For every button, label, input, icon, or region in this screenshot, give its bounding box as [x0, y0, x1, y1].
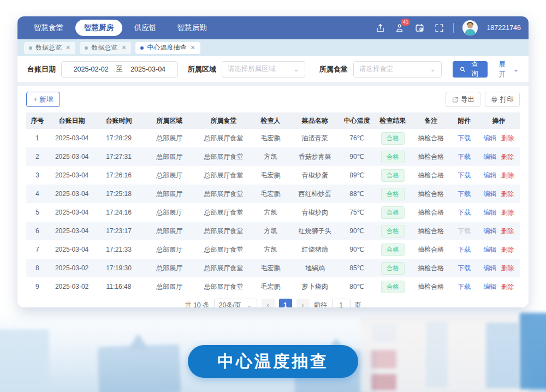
- print-button[interactable]: 打印: [485, 92, 520, 107]
- query-button[interactable]: 查询: [453, 61, 488, 78]
- download-link[interactable]: 下载: [458, 171, 471, 179]
- remark-cell: 抽检合格: [411, 147, 450, 166]
- download-link[interactable]: 下载: [458, 264, 471, 272]
- schedule-icon[interactable]: [414, 22, 425, 33]
- dish-name-cell: 红烧狮子头: [290, 222, 340, 240]
- pagination: 共 10 条 20条/页 ⌄ ‹ 1 › 前往 页: [26, 296, 520, 307]
- close-icon[interactable]: ✕: [66, 44, 70, 51]
- inspector-cell: 毛宏鹏: [251, 259, 290, 277]
- page-size-select[interactable]: 20条/页 ⌄: [214, 299, 257, 307]
- download-link[interactable]: 下载: [458, 246, 471, 253]
- edit-link[interactable]: 编辑: [484, 264, 497, 272]
- tab-supply-chain[interactable]: 供应链: [126, 20, 165, 36]
- download-link[interactable]: 下载: [458, 209, 471, 216]
- edit-link[interactable]: 编辑: [484, 209, 497, 216]
- page-tab-center-temperature[interactable]: 中心温度抽查 ✕: [135, 42, 200, 54]
- delete-link[interactable]: 删除: [501, 153, 514, 161]
- ledger-time-cell: 17:27:31: [96, 147, 143, 166]
- table-row: 32025-03-0417:26:16总部展厅总部展厅食堂毛宏鹏青椒炒蛋89℃合…: [26, 166, 520, 185]
- ledger-time-cell: 17:23:17: [96, 222, 143, 240]
- result-badge: 合格: [381, 281, 405, 293]
- delete-link[interactable]: 删除: [501, 246, 514, 253]
- temperature-cell: 90℃: [340, 147, 374, 166]
- table-body: 12025-03-0417:28:29总部展厅总部展厅食堂毛宏鹏油渣青菜76℃合…: [26, 129, 520, 296]
- edit-link[interactable]: 编辑: [484, 190, 497, 198]
- next-page-button[interactable]: ›: [296, 299, 310, 307]
- delete-link[interactable]: 删除: [501, 209, 514, 216]
- canteen-select[interactable]: 请选择食堂 ⌄: [353, 61, 442, 78]
- actions-cell: 编辑删除: [478, 166, 520, 185]
- date-from-value[interactable]: 2025-02-02: [74, 66, 109, 73]
- date-range-picker[interactable]: 2025-02-02 至 2025-03-04: [61, 61, 178, 78]
- col-check-result: 检查结果: [374, 112, 411, 129]
- region-cell: 总部展厅: [142, 129, 196, 147]
- page-1-button[interactable]: 1: [279, 299, 292, 307]
- download-link[interactable]: 下载: [458, 227, 471, 235]
- ledger-date-cell: 2025-03-04: [49, 129, 96, 147]
- download-link[interactable]: 下载: [458, 283, 471, 290]
- col-region: 所属区域: [142, 112, 196, 129]
- table-row: 12025-03-0417:28:29总部展厅总部展厅食堂毛宏鹏油渣青菜76℃合…: [26, 129, 520, 147]
- col-remark: 备注: [411, 112, 450, 129]
- edit-link[interactable]: 编辑: [484, 283, 497, 290]
- center-temperature-check-button[interactable]: 中心温度抽查: [188, 345, 358, 378]
- edit-link[interactable]: 编辑: [484, 227, 497, 235]
- tab-smart-canteen[interactable]: 智慧食堂: [25, 20, 72, 36]
- fullscreen-icon[interactable]: [434, 22, 444, 33]
- delete-link[interactable]: 删除: [501, 264, 514, 272]
- date-to-value[interactable]: 2025-03-04: [130, 66, 165, 73]
- canteen-cell: 总部展厅食堂: [197, 166, 251, 185]
- ledger-time-cell: 17:25:18: [96, 185, 143, 203]
- edit-link[interactable]: 编辑: [484, 134, 497, 142]
- table-row: 52025-03-0417:24:16总部展厅总部展厅食堂方凯青椒炒肉75℃合格…: [26, 203, 520, 222]
- result-cell: 合格: [374, 222, 411, 240]
- region-cell: 总部展厅: [142, 240, 196, 259]
- delete-link[interactable]: 删除: [501, 227, 514, 235]
- edit-link[interactable]: 编辑: [484, 153, 497, 161]
- add-button[interactable]: + 新增: [26, 92, 60, 107]
- export-button[interactable]: 导出: [446, 92, 480, 107]
- close-icon[interactable]: ✕: [121, 44, 126, 51]
- share-upload-icon[interactable]: [375, 22, 385, 33]
- download-link[interactable]: 下载: [458, 190, 471, 198]
- result-badge: 合格: [381, 262, 405, 275]
- col-actions: 操作: [478, 112, 520, 129]
- goto-label: 前往: [314, 301, 328, 308]
- canteen-cell: 总部展厅食堂: [197, 129, 251, 147]
- page-tab-data-overview-2[interactable]: 数据总览 ✕: [80, 42, 131, 54]
- actions-cell: 编辑删除: [478, 277, 520, 296]
- region-select[interactable]: 请选择所属区域 ⌄: [222, 61, 305, 78]
- download-link[interactable]: 下载: [458, 134, 471, 142]
- approvals-icon[interactable]: 41: [394, 22, 405, 33]
- col-ledger-time: 台账时间: [96, 112, 143, 129]
- row-index-cell: 1: [26, 129, 49, 147]
- row-index-cell: 4: [26, 185, 49, 203]
- goto-page-input[interactable]: [332, 299, 351, 307]
- remark-cell: 抽检合格: [411, 259, 450, 277]
- result-cell: 合格: [374, 240, 411, 259]
- user-phone[interactable]: 187221746: [486, 24, 521, 32]
- page-tab-data-overview-1[interactable]: 数据总览 ✕: [24, 42, 75, 54]
- prev-page-button[interactable]: ‹: [262, 299, 275, 307]
- col-center-temp: 中心温度: [340, 112, 374, 129]
- delete-link[interactable]: 删除: [501, 171, 514, 179]
- tab-smart-logistics[interactable]: 智慧后勤: [169, 20, 216, 36]
- page-size-value: 20条/页: [219, 301, 241, 308]
- edit-link[interactable]: 编辑: [484, 171, 497, 179]
- edit-link[interactable]: 编辑: [484, 246, 497, 253]
- user-avatar[interactable]: [462, 20, 478, 35]
- delete-link[interactable]: 删除: [501, 134, 514, 142]
- result-badge: 合格: [381, 206, 405, 219]
- delete-link[interactable]: 删除: [501, 283, 514, 290]
- expand-filters-link[interactable]: 展开 ⌄: [498, 60, 519, 79]
- canteen-cell: 总部展厅食堂: [197, 240, 251, 259]
- inspector-cell: 方凯: [251, 240, 290, 259]
- result-cell: 合格: [374, 129, 411, 147]
- result-badge: 合格: [381, 243, 405, 256]
- tab-smart-kitchen[interactable]: 智慧厨房: [75, 20, 122, 36]
- inspector-cell: 毛宏鹏: [251, 166, 290, 185]
- download-link[interactable]: 下载: [458, 153, 471, 161]
- close-icon[interactable]: ✕: [190, 44, 195, 51]
- cta-row: 中心温度抽查: [0, 345, 546, 378]
- delete-link[interactable]: 删除: [501, 190, 514, 198]
